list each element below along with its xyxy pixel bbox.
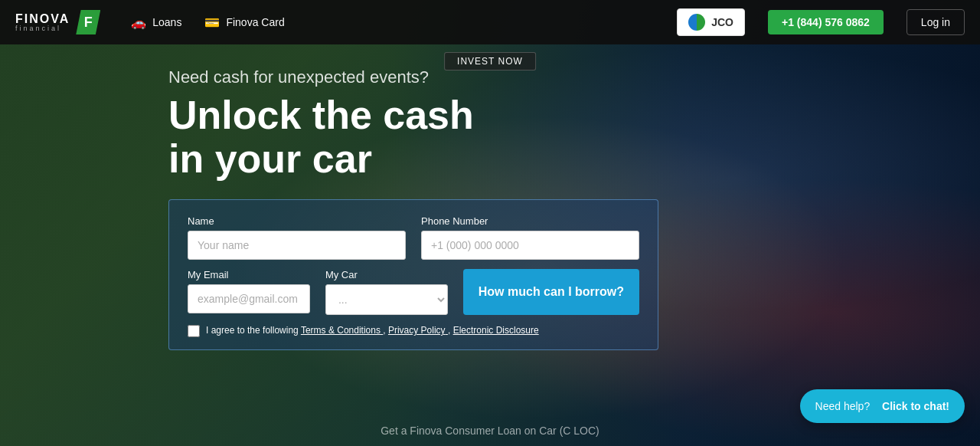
logo-text: FINOVA financial <box>15 13 70 32</box>
borrow-button[interactable]: How much can I borrow? <box>463 269 639 315</box>
nav-loans[interactable]: 🚗 Loans <box>131 15 181 30</box>
brand-subtitle: financial <box>15 25 70 32</box>
car-icon: 🚗 <box>131 15 146 30</box>
logo[interactable]: FINOVA financial F <box>15 10 100 34</box>
form-row-email-car: My Email My Car ... 2015 2016 2017 2018 … <box>188 269 639 315</box>
email-input[interactable] <box>188 284 310 313</box>
phone-button[interactable]: +1 (844) 576 0862 <box>768 10 884 34</box>
form-row-name-phone: Name Phone Number <box>188 215 639 260</box>
checkbox-prefix: I agree to the following <box>206 325 301 336</box>
invest-now-label: INVEST NOW <box>457 56 523 67</box>
privacy-link[interactable]: Privacy Policy <box>388 325 448 336</box>
chat-prefix: Need help? <box>815 400 871 412</box>
brand-name: FINOVA <box>15 13 70 25</box>
phone-label: Phone Number <box>421 215 639 227</box>
nav-loans-label: Loans <box>152 16 181 28</box>
hero-title: Unlock the cash in your car <box>168 93 980 181</box>
chat-cta: Click to chat! <box>882 400 949 412</box>
disclosure-link[interactable]: Electronic Disclosure <box>453 325 539 336</box>
agreement-row: I agree to the following Terms & Conditi… <box>188 324 639 337</box>
phone-label: +1 (844) 576 0862 <box>782 16 870 28</box>
borrow-label: How much can I borrow? <box>479 285 624 298</box>
name-input[interactable] <box>188 231 406 260</box>
name-group: Name <box>188 215 406 260</box>
hero-subtitle: Need cash for unexpected events? <box>168 67 980 87</box>
invest-now-badge[interactable]: INVEST NOW <box>444 52 536 71</box>
agree-checkbox[interactable] <box>188 325 200 337</box>
nav-finovacard-label: Finova Card <box>226 16 284 28</box>
hero-title-line2: in your car <box>168 136 372 181</box>
navbar: FINOVA financial F 🚗 Loans 💳 Finova Card… <box>0 0 980 44</box>
chat-bubble[interactable]: Need help? Click to chat! <box>800 389 965 423</box>
login-label: Log in <box>921 16 950 28</box>
email-label: My Email <box>188 269 310 280</box>
car-group: My Car ... 2015 2016 2017 2018 2019 2020 <box>325 269 448 315</box>
email-group: My Email <box>188 269 310 315</box>
checkbox-label: I agree to the following Terms & Conditi… <box>206 324 539 337</box>
phone-group: Phone Number <box>421 215 639 260</box>
car-label: My Car <box>325 269 448 280</box>
login-button[interactable]: Log in <box>906 9 965 35</box>
hero-title-line1: Unlock the cash <box>168 93 474 137</box>
car-select[interactable]: ... 2015 2016 2017 2018 2019 2020 <box>325 284 448 315</box>
jco-icon <box>688 14 705 31</box>
card-icon: 💳 <box>204 15 220 30</box>
phone-input[interactable] <box>421 231 639 260</box>
jco-button[interactable]: JCO <box>677 8 745 36</box>
terms-link[interactable]: Terms & Conditions <box>301 325 383 336</box>
name-label: Name <box>188 215 406 227</box>
footer-text: Get a Finova Consumer Loan on Car (C LOC… <box>381 425 599 437</box>
loan-form: Name Phone Number My Email My Car ... 20… <box>168 199 658 350</box>
logo-icon: F <box>76 10 100 34</box>
jco-label: JCO <box>711 16 733 28</box>
nav-finova-card[interactable]: 💳 Finova Card <box>204 15 284 30</box>
